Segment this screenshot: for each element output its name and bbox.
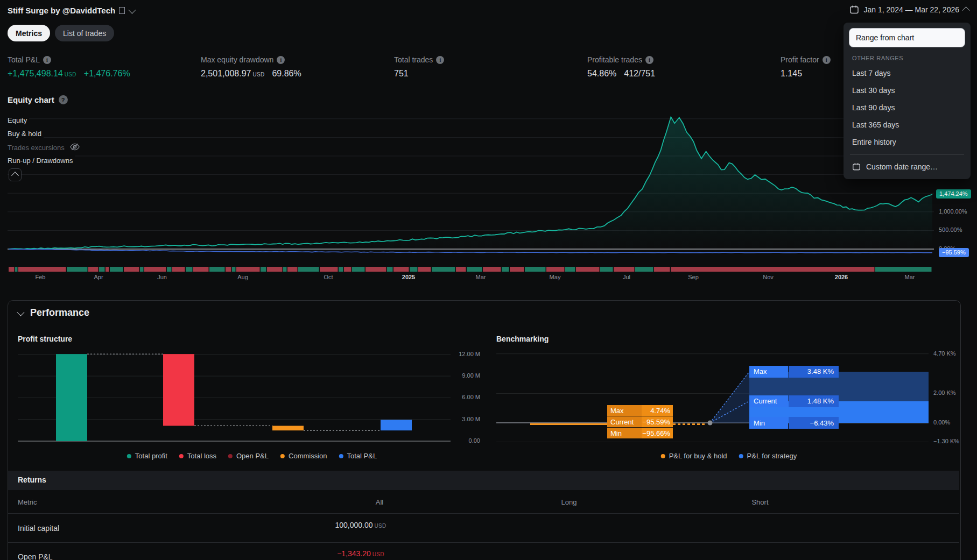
row-value: −95.66% — [642, 428, 673, 438]
collapse-chart-button[interactable] — [9, 168, 22, 181]
stat-value-part: 412/751 — [624, 69, 655, 79]
eye-off-icon[interactable] — [70, 143, 80, 152]
row-label: Max — [607, 405, 642, 416]
legend-total-loss[interactable]: Total loss — [179, 452, 216, 460]
legend-dot — [228, 454, 233, 458]
menu-item-last-7-days[interactable]: Last 7 days — [844, 65, 971, 82]
strategy-chip-current: Current1.48 K% — [749, 395, 839, 407]
stat-label-text: Profit factor — [781, 55, 819, 64]
legend-toggle-buy-hold[interactable]: Buy & hold — [8, 129, 44, 139]
x-tick-may: May — [550, 274, 561, 280]
x-tick-aug: Aug — [237, 274, 248, 280]
x-tick-sep: Sep — [688, 274, 699, 280]
x-tick-jun: Jun — [157, 274, 167, 280]
stat-value-part: 2,501,008.97 — [201, 69, 251, 79]
buyhold-row-max: Max4.74% — [607, 405, 673, 416]
legend-toggle-run-up-drawdowns[interactable]: Run-up / Drawdowns — [8, 155, 75, 166]
stat-value-part: 69.86% — [272, 69, 301, 79]
strategy-chip-min: Min−6.43% — [749, 417, 839, 429]
strategy-title-control[interactable]: Stiff Surge by @DaviddTech — [8, 6, 134, 15]
legend-label: Equity — [8, 116, 27, 124]
stat-label: Profitable tradesi — [587, 54, 781, 65]
value-number: −1,343.20 — [337, 549, 371, 558]
stat-label: Max equity drawdowni — [201, 54, 394, 65]
legend-dot — [739, 454, 743, 458]
legend-text: Total profit — [135, 452, 167, 460]
calendar-icon — [849, 5, 859, 15]
custom-range-label: Custom date range… — [866, 162, 938, 171]
menu-item-entire-history[interactable]: Entire history — [844, 133, 971, 151]
stat-value: 2,501,008.97USD69.86% — [201, 69, 394, 79]
stat-value-part: +1,475,498.14 — [8, 69, 63, 79]
date-range-text: Jan 1, 2024 — Mar 22, 2026 — [864, 5, 959, 14]
info-icon[interactable]: i — [43, 56, 51, 64]
x-tick-oct: Oct — [324, 274, 333, 280]
profit-y-label: 0.00 — [447, 437, 480, 444]
equity-chart-title: Equity chart — [8, 95, 54, 104]
date-range-control[interactable]: Jan 1, 2024 — Mar 22, 2026 — [849, 5, 969, 15]
header-divider — [8, 513, 959, 514]
profit-structure-title: Profit structure — [18, 335, 72, 343]
chip-label: Max — [749, 366, 788, 378]
chevron-up-icon — [11, 172, 19, 179]
stat-3: Profitable tradesi54.86%412/751 — [587, 54, 781, 79]
legend-label: Run-up / Drawdowns — [8, 157, 73, 165]
chip-label: Min — [749, 417, 788, 429]
x-tick-nov: Nov — [763, 274, 774, 280]
stat-label-text: Total trades — [394, 55, 433, 64]
x-tick-2026: 2026 — [835, 274, 848, 280]
buyhold-row-current: Current−95.59% — [607, 416, 673, 427]
row-label: Min — [607, 428, 642, 438]
chip-value: 1.48 K% — [789, 395, 839, 407]
menu-item-last-365-days[interactable]: Last 365 days — [844, 116, 971, 133]
stat-value-part: 751 — [394, 69, 409, 79]
legend-p&l-for-strategy[interactable]: P&L for strategy — [739, 452, 797, 460]
row-label: Current — [607, 416, 642, 427]
view-tabs: MetricsList of trades — [8, 25, 114, 41]
info-icon[interactable]: i — [277, 56, 285, 64]
legend-commission[interactable]: Commission — [280, 452, 327, 460]
stat-label-text: Profitable trades — [587, 55, 642, 64]
equity-chart-header: Equity chart ? — [8, 95, 68, 104]
menu-item-range-from-chart[interactable]: Range from chart — [849, 28, 965, 47]
menu-item-last-30-days[interactable]: Last 30 days — [844, 82, 971, 99]
legend-toggle-equity[interactable]: Equity — [8, 115, 29, 125]
chip-value: −6.43% — [789, 417, 839, 429]
tab-list-of-trades[interactable]: List of trades — [55, 25, 114, 41]
legend-dot — [280, 454, 285, 458]
summary-stats: Total P&Li+1,475,498.14USD+1,476.76%Max … — [8, 54, 974, 79]
performance-section-toggle[interactable]: Performance — [17, 307, 89, 318]
legend-total-p-l[interactable]: Total P&L — [339, 452, 377, 460]
legend-dot — [661, 454, 665, 458]
tab-metrics[interactable]: Metrics — [8, 25, 50, 41]
stat-value: 54.86%412/751 — [587, 69, 781, 79]
bar-1 — [163, 354, 194, 426]
row-value: −95.59% — [642, 416, 673, 427]
stat-value-part: USD — [65, 72, 76, 77]
x-tick-mar: Mar — [476, 274, 486, 280]
menu-item-custom-date-range[interactable]: Custom date range… — [844, 159, 971, 175]
profit-y-label: 12.00 M — [447, 351, 480, 357]
menu-item-last-90-days[interactable]: Last 90 days — [844, 99, 971, 116]
legend-open-p-l[interactable]: Open P&L — [228, 452, 269, 460]
returns-section-strip — [8, 471, 959, 490]
help-icon[interactable]: ? — [59, 95, 68, 104]
info-icon[interactable]: i — [645, 56, 653, 64]
legend-toggle-trades-excursions[interactable]: Trades excursions — [8, 142, 82, 153]
value-unit: USD — [372, 551, 384, 557]
value-unit: USD — [375, 523, 386, 529]
chevron-up-icon — [962, 6, 970, 14]
legend-total-profit[interactable]: Total profit — [127, 452, 167, 460]
benchmarking-legend: P&L for buy & holdP&L for strategy — [661, 452, 797, 460]
bar-0 — [56, 354, 87, 441]
y-axis-label: 1,000.00% — [939, 208, 967, 215]
stat-2: Total tradesi751 — [394, 54, 587, 79]
info-icon[interactable]: i — [823, 56, 831, 64]
strategy-title: Stiff Surge by @DaviddTech — [8, 6, 115, 15]
legend-dot — [179, 454, 184, 458]
legend-label: Buy & hold — [8, 130, 41, 138]
info-icon[interactable]: i — [436, 56, 444, 64]
legend-p&l-for-buy-&-hold[interactable]: P&L for buy & hold — [661, 452, 727, 460]
profit-y-label: 3.00 M — [447, 416, 480, 422]
benchmarking-title: Benchmarking — [496, 335, 549, 343]
